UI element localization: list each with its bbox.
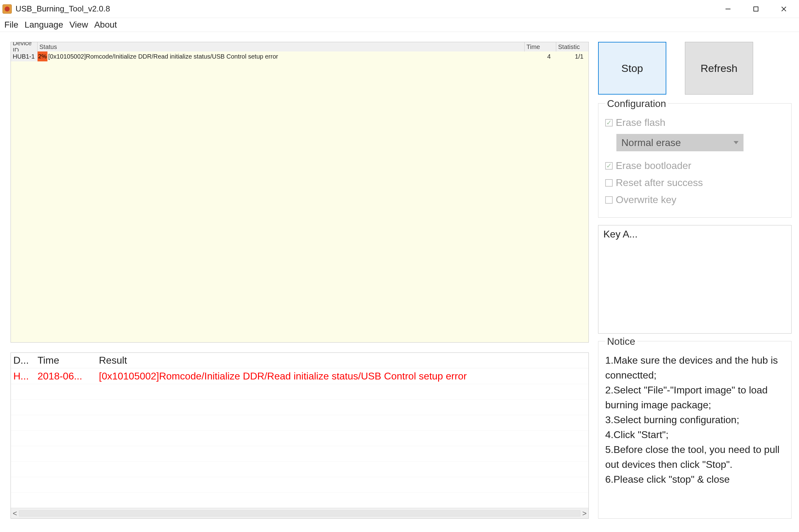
device-table-header: Device ID Status Time Statistic xyxy=(11,42,588,52)
scroll-left-icon[interactable]: < xyxy=(13,509,17,518)
log-cell-d: H... xyxy=(11,369,35,383)
scrollbar-track[interactable] xyxy=(19,510,581,516)
erase-bootloader-label: Erase bootloader xyxy=(616,160,691,171)
maximize-button[interactable] xyxy=(742,1,770,17)
reset-after-label: Reset after success xyxy=(616,177,703,189)
log-table: D... Time Result H... 2018-06... [0x1010… xyxy=(11,353,589,519)
notice-line: 6.Please click "stop" & close xyxy=(605,472,784,487)
log-empty-rows xyxy=(11,384,588,508)
scroll-right-icon[interactable]: > xyxy=(582,509,587,518)
notice-line: 4.Click "Start"; xyxy=(605,427,784,442)
log-cell-result: [0x10105002]Romcode/Initialize DDR/Read … xyxy=(96,369,588,383)
stop-button[interactable]: Stop xyxy=(598,42,666,95)
erase-bootloader-option[interactable]: Erase bootloader xyxy=(605,160,784,171)
log-table-header: D... Time Result xyxy=(11,353,588,368)
menubar: File Language View About xyxy=(0,18,799,32)
erase-flash-label: Erase flash xyxy=(616,117,665,128)
cell-time: 4 xyxy=(525,52,556,61)
notice-panel: Notice 1.Make sure the devices and the h… xyxy=(598,341,792,519)
erase-flash-option[interactable]: Erase flash xyxy=(605,117,784,128)
menu-view[interactable]: View xyxy=(67,19,91,31)
minimize-button[interactable] xyxy=(714,1,742,17)
erase-mode-select[interactable]: Normal erase xyxy=(616,134,743,151)
action-buttons: Stop Refresh xyxy=(598,42,792,95)
erase-bootloader-checkbox[interactable] xyxy=(605,162,613,170)
log-cell-time: 2018-06... xyxy=(35,369,96,383)
erase-flash-checkbox[interactable] xyxy=(605,119,613,127)
menu-about[interactable]: About xyxy=(92,19,119,31)
overwrite-key-checkbox[interactable] xyxy=(605,196,613,204)
window-controls xyxy=(714,1,798,17)
key-area-label: Key A... xyxy=(603,228,638,240)
log-col-time[interactable]: Time xyxy=(35,354,96,367)
cell-status: 2% [0x10105002]Romcode/Initialize DDR/Re… xyxy=(38,52,525,61)
key-area[interactable]: Key A... xyxy=(598,225,792,334)
col-header-status[interactable]: Status xyxy=(38,42,525,52)
log-row[interactable]: H... 2018-06... [0x10105002]Romcode/Init… xyxy=(11,368,588,384)
overwrite-key-label: Overwrite key xyxy=(616,194,677,206)
log-col-result[interactable]: Result xyxy=(96,354,588,367)
progress-badge: 2% xyxy=(38,52,47,61)
device-row[interactable]: HUB1-1 2% [0x10105002]Romcode/Initialize… xyxy=(11,52,588,61)
refresh-button[interactable]: Refresh xyxy=(685,42,753,95)
col-header-stat[interactable]: Statistic xyxy=(556,42,588,52)
menu-language[interactable]: Language xyxy=(22,19,66,31)
device-table: Device ID Status Time Statistic HUB1-1 2… xyxy=(11,42,589,343)
configuration-title: Configuration xyxy=(605,98,668,110)
notice-line: 3.Select burning configuration; xyxy=(605,412,784,427)
svg-rect-1 xyxy=(754,7,758,11)
status-text: [0x10105002]Romcode/Initialize DDR/Read … xyxy=(47,53,278,60)
app-icon xyxy=(2,4,12,14)
notice-title: Notice xyxy=(605,336,637,347)
menu-file[interactable]: File xyxy=(2,19,21,31)
notice-line: 2.Select "File"-"Import image" to load b… xyxy=(605,383,784,412)
notice-line: 5.Before close the tool, you need to pul… xyxy=(605,442,784,472)
reset-after-option[interactable]: Reset after success xyxy=(605,177,784,189)
cell-statistic: 1/1 xyxy=(556,52,588,61)
col-header-time[interactable]: Time xyxy=(525,42,556,52)
reset-after-checkbox[interactable] xyxy=(605,179,613,187)
horizontal-scrollbar[interactable]: < > xyxy=(11,508,588,518)
window-title: USB_Burning_Tool_v2.0.8 xyxy=(16,4,714,14)
close-button[interactable] xyxy=(770,1,798,17)
overwrite-key-option[interactable]: Overwrite key xyxy=(605,194,784,206)
configuration-panel: Configuration Erase flash Normal erase E… xyxy=(598,103,792,217)
col-header-device[interactable]: Device ID xyxy=(11,42,38,52)
titlebar: USB_Burning_Tool_v2.0.8 xyxy=(0,0,799,18)
notice-body: 1.Make sure the devices and the hub is c… xyxy=(605,353,784,487)
log-col-d[interactable]: D... xyxy=(11,354,35,367)
cell-device-id: HUB1-1 xyxy=(11,52,38,61)
notice-line: 1.Make sure the devices and the hub is c… xyxy=(605,353,784,383)
